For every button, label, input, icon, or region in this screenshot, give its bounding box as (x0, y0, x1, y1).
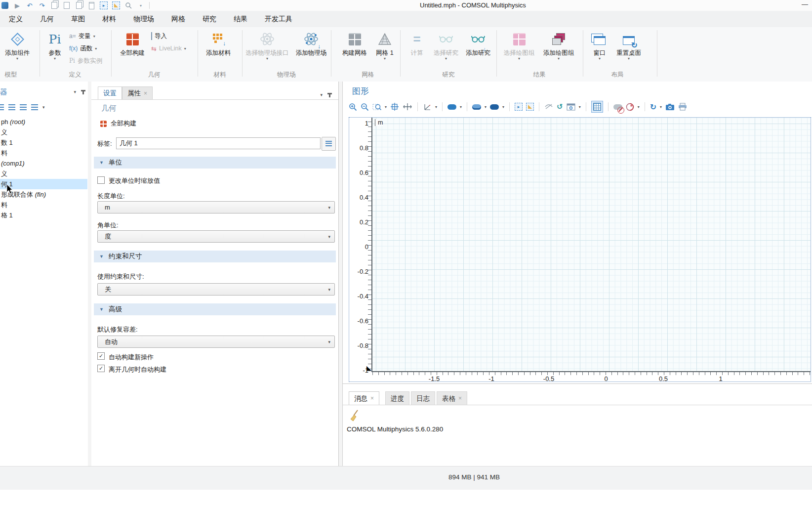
select-box-icon[interactable]: ▸ (515, 102, 523, 112)
tab-properties[interactable]: 属性× (122, 86, 153, 100)
variables-button[interactable]: a= 变量▾ (69, 31, 95, 42)
section-units[interactable]: ▼ 单位 (94, 157, 336, 169)
tree-item-materials-2[interactable]: 料 (0, 200, 87, 210)
panel-splitter[interactable] (88, 82, 91, 466)
menu-geometry[interactable]: 几何 (40, 15, 54, 24)
undo-icon[interactable]: ↶ (26, 1, 34, 9)
paste-icon[interactable] (63, 1, 71, 9)
tab-progress[interactable]: 进度 (385, 391, 409, 405)
tree-item-global-definitions[interactable]: 义 (0, 127, 87, 137)
zoom-box-dropdown-icon[interactable]: ▾ (385, 105, 387, 109)
tree-item-mesh-1[interactable]: 格 1 (0, 210, 87, 220)
zoom-box-icon[interactable] (372, 102, 381, 112)
close-icon[interactable]: × (370, 392, 374, 405)
redo-icon[interactable]: ↷ (38, 1, 46, 9)
checkbox-auto-build-new[interactable]: ✓ (97, 352, 105, 360)
menu-definitions[interactable]: 定义 (9, 15, 23, 24)
delete-icon[interactable] (87, 1, 95, 9)
functions-button[interactable]: f(x) 函数▾ (69, 43, 97, 54)
hide-objects-icon[interactable] (544, 102, 553, 112)
tab-messages[interactable]: 消息× (349, 391, 379, 405)
tree-item-root[interactable]: ph (root) (0, 117, 87, 127)
close-icon[interactable]: × (458, 392, 462, 405)
tree-item-parameters-1[interactable]: 数 1 (0, 137, 87, 148)
deselect-brush-icon[interactable] (112, 1, 120, 9)
add-plot-group-button[interactable]: 添加绘图组 ▾ (539, 29, 578, 61)
section-advanced[interactable]: ▼ 高级 (94, 303, 336, 315)
menu-developer[interactable]: 开发工具 (265, 15, 292, 24)
go-to-view-icon[interactable] (403, 102, 412, 112)
pin-icon[interactable] (82, 90, 84, 94)
material-dropdown-icon[interactable]: ▾ (638, 105, 640, 109)
view-unhidden-icon[interactable] (567, 102, 575, 112)
zoom-extents-icon[interactable] (390, 102, 399, 112)
suppress-objects-icon[interactable] (613, 102, 622, 112)
import-button[interactable]: 导入 (151, 31, 167, 42)
reset-desktop-button[interactable]: ↻ 重置桌面 ▾ (612, 29, 645, 61)
menu-study[interactable]: 研究 (203, 15, 216, 24)
use-constraints-select[interactable]: 关▾ (97, 283, 335, 296)
environment-dropdown-icon[interactable]: ▾ (502, 105, 504, 109)
zoom-find-icon[interactable] (124, 1, 132, 9)
scene-light-dropdown-icon[interactable]: ▾ (460, 105, 462, 109)
color-theme-dropdown-icon[interactable]: ▾ (485, 105, 487, 109)
add-physics-button[interactable]: ↓ 添加物理场 (291, 29, 331, 56)
copy-icon[interactable] (50, 1, 58, 9)
material-rendering-icon[interactable] (626, 102, 634, 112)
tree-tool-cut-icon[interactable] (0, 104, 4, 110)
menu-sketch[interactable]: 草图 (71, 15, 85, 24)
select-box-icon[interactable]: ▸ (100, 1, 108, 9)
show-options-icon[interactable] (31, 104, 38, 110)
checkbox-scale-values[interactable] (97, 176, 105, 184)
color-theme-icon[interactable] (472, 102, 481, 112)
panel-menu-icon[interactable]: ▾ (74, 89, 76, 94)
tree-item-materials[interactable]: 料 (0, 148, 87, 158)
view-dropdown-icon[interactable]: ▾ (579, 105, 581, 109)
zoom-in-icon[interactable] (349, 102, 357, 112)
snapshot-camera-icon[interactable] (665, 102, 675, 112)
length-unit-select[interactable]: m▾ (97, 201, 335, 213)
run-icon[interactable]: ▶ (13, 1, 21, 9)
sync-icon[interactable]: ↻ (650, 102, 656, 112)
section-constraints[interactable]: ▼ 约束和尺寸 (94, 251, 336, 262)
windows-button[interactable]: 窗口 ▾ (589, 29, 610, 61)
repair-tolerance-select[interactable]: 自动▾ (97, 336, 335, 348)
parameters-button[interactable]: Pi 参数 ▾ (43, 29, 66, 61)
build-all-button[interactable]: 全部构建 (116, 29, 149, 56)
collapse-all-icon[interactable] (8, 104, 15, 110)
expand-all-icon[interactable] (20, 104, 27, 110)
checkbox-auto-build-leave[interactable]: ✓ (97, 365, 105, 372)
label-input[interactable] (116, 137, 321, 149)
duplicate-icon[interactable] (75, 1, 83, 9)
minimize-button[interactable]: — (802, 0, 808, 8)
grid-toggle-icon[interactable] (591, 101, 603, 113)
tab-log[interactable]: 日志 (411, 391, 435, 405)
zoom-out-icon[interactable] (361, 102, 369, 112)
close-icon[interactable]: × (144, 87, 147, 100)
menu-physics[interactable]: 物理场 (133, 15, 154, 24)
axis-orientation-icon[interactable] (423, 102, 432, 112)
tab-settings[interactable]: 设置 (98, 86, 122, 100)
menu-materials[interactable]: 材料 (102, 15, 116, 24)
settings-pin-icon[interactable] (329, 93, 330, 97)
tree-item-definitions[interactable]: 义 (0, 169, 87, 179)
tab-table[interactable]: 表格× (437, 391, 467, 405)
add-material-button[interactable]: ↓ 添加材料 (201, 29, 236, 56)
sync-dropdown-icon[interactable]: ▾ (660, 105, 662, 109)
mesh-1-button[interactable]: 网格 1 ▾ (373, 29, 396, 61)
axis-dropdown-icon[interactable]: ▾ (435, 105, 437, 109)
toolbar-dropdown-icon[interactable]: ▾ (137, 1, 145, 9)
tree-toolbar-dropdown-icon[interactable]: ▾ (42, 105, 45, 110)
clear-messages-broom-icon[interactable] (350, 410, 360, 423)
build-all-action[interactable]: 全部构建 (100, 119, 136, 128)
settings-menu-icon[interactable]: ▾ (320, 92, 323, 97)
angle-unit-select[interactable]: 度▾ (97, 230, 335, 243)
reset-hiding-icon[interactable]: ↺ (557, 102, 563, 112)
menu-mesh[interactable]: 网格 (171, 15, 185, 24)
panel-splitter-2[interactable] (338, 82, 342, 466)
plot-area[interactable]: m ◣ 1 0.8 0.6 0.4 0.2 0 -0.2 -0.4 -0.6 -… (349, 117, 811, 382)
tree-item-component-1[interactable]: (comp1) (0, 158, 87, 169)
environment-icon[interactable] (490, 102, 499, 112)
build-mesh-button[interactable]: 构建网格 (337, 29, 372, 56)
deselect-brush-icon[interactable] (526, 102, 534, 112)
